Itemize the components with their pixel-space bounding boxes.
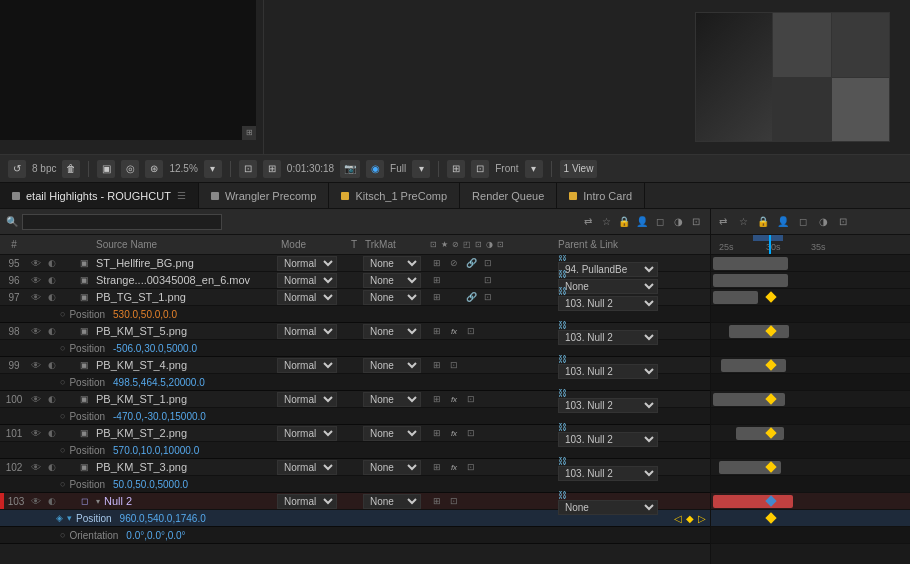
prev-keyframe-icon[interactable]: ◁: [674, 513, 682, 524]
layer-98-solo[interactable]: ◐: [44, 326, 60, 336]
layer-103-solo[interactable]: ◐: [44, 496, 60, 506]
layer-100-mode-select[interactable]: Normal: [277, 392, 337, 407]
sw-99-collapse[interactable]: [464, 358, 478, 372]
layer-row-103[interactable]: 103 👁 ◐ ◻ ▾ Null 2 Normal None ⊞ ⊡: [0, 493, 710, 510]
sw-95-link[interactable]: 🔗: [464, 256, 478, 270]
layer-95-eye[interactable]: 👁: [28, 258, 44, 269]
snapshot-button[interactable]: 📷: [340, 160, 360, 178]
layer-100-solo[interactable]: ◐: [44, 394, 60, 404]
layer-99-trkmat[interactable]: None: [363, 358, 428, 373]
expand-103-pos[interactable]: ▾: [67, 513, 72, 523]
render-icon[interactable]: ◻: [652, 214, 668, 230]
sw-95-3d[interactable]: ⊡: [481, 256, 495, 270]
layer-98-parent-select[interactable]: 103. Null 2: [558, 330, 658, 345]
layer-100-trkmat-select[interactable]: None: [363, 392, 421, 407]
tab-roughcut[interactable]: etail Highlights - ROUGHCUT ☰: [0, 183, 199, 208]
layer-99-parent-select[interactable]: 103. Null 2: [558, 364, 658, 379]
sw-96-effect[interactable]: [447, 273, 461, 287]
reset-button[interactable]: ↺: [8, 160, 26, 178]
layer-control-icon[interactable]: ⊞: [242, 126, 256, 140]
layer-99-mode-select[interactable]: Normal: [277, 358, 337, 373]
sw-99-motion[interactable]: ⊞: [430, 358, 444, 372]
layer-103-trkmat-select[interactable]: None: [363, 494, 421, 509]
layer-101-trkmat-select[interactable]: None: [363, 426, 421, 441]
sw-100-3d[interactable]: ⊡: [464, 392, 478, 406]
layer-95-trkmat[interactable]: None: [363, 256, 428, 271]
frame-blending-icon[interactable]: ⊡: [688, 214, 704, 230]
layer-99-parent[interactable]: ⛓ 103. Null 2: [558, 352, 668, 379]
layer-101-parent[interactable]: ⛓ 103. Null 2: [558, 420, 668, 447]
tl-render-icon[interactable]: ◻: [795, 214, 811, 230]
grid-button[interactable]: ⊞: [447, 160, 465, 178]
layer-99-solo[interactable]: ◐: [44, 360, 60, 370]
layer-97-solo[interactable]: ◐: [44, 292, 60, 302]
layer-103-eye[interactable]: 👁: [28, 496, 44, 507]
tl-frame-icon[interactable]: ⊡: [835, 214, 851, 230]
next-keyframe-icon[interactable]: ▷: [698, 513, 706, 524]
layer-102-mode[interactable]: Normal: [277, 460, 345, 475]
lock-icon[interactable]: 🔒: [616, 214, 632, 230]
layer-100-trkmat[interactable]: None: [363, 392, 428, 407]
solo-icon[interactable]: ☆: [598, 214, 614, 230]
sw-97-motion[interactable]: ⊞: [430, 290, 444, 304]
layer-103-trkmat[interactable]: None: [363, 494, 428, 509]
layer-98-trkmat[interactable]: None: [363, 324, 428, 339]
layer-103-parent[interactable]: ⛓ None: [558, 488, 668, 515]
layer-96-solo[interactable]: ◐: [44, 275, 60, 285]
tab-kitsch[interactable]: Kitsch_1 PreComp: [329, 183, 460, 208]
layer-102-solo[interactable]: ◐: [44, 462, 60, 472]
layer-101-parent-select[interactable]: 103. Null 2: [558, 432, 658, 447]
layer-102-trkmat[interactable]: None: [363, 460, 428, 475]
layer-98-mode-select[interactable]: Normal: [277, 324, 337, 339]
layer-row-99[interactable]: 99 👁 ◐ ▣ PB_KM_ST_4.png Normal None ⊞ ⊡: [0, 357, 710, 374]
layer-95-mode[interactable]: Normal: [277, 256, 345, 271]
sw-102-fx[interactable]: fx: [447, 460, 461, 474]
sw-97-3d[interactable]: ⊡: [481, 290, 495, 304]
wireframe-button[interactable]: ⊞: [263, 160, 281, 178]
layer-98-trkmat-select[interactable]: None: [363, 324, 421, 339]
layer-97-eye[interactable]: 👁: [28, 292, 44, 303]
layer-95-mode-select[interactable]: Normal: [277, 256, 337, 271]
tl-shy-icon[interactable]: 👤: [775, 214, 791, 230]
sw-100-fx[interactable]: fx: [447, 392, 461, 406]
layer-103-parent-select[interactable]: None: [558, 500, 658, 515]
layer-102-mode-select[interactable]: Normal: [277, 460, 337, 475]
tab-roughcut-menu[interactable]: ☰: [177, 190, 186, 201]
layer-103-mode-select[interactable]: Normal: [277, 494, 337, 509]
layer-101-mode[interactable]: Normal: [277, 426, 345, 441]
tl-solo-icon[interactable]: ☆: [735, 214, 751, 230]
layer-102-parent[interactable]: ⛓ 103. Null 2: [558, 454, 668, 481]
layer-97-mode[interactable]: Normal: [277, 290, 345, 305]
sw-103-motion[interactable]: ⊞: [430, 494, 444, 508]
layer-97-mode-select[interactable]: Normal: [277, 290, 337, 305]
layer-101-solo[interactable]: ◐: [44, 428, 60, 438]
layer-101-mode-select[interactable]: Normal: [277, 426, 337, 441]
layer-96-trkmat[interactable]: None: [363, 273, 428, 288]
search-input[interactable]: [22, 214, 222, 230]
transfer-mode-icon[interactable]: ⇄: [580, 214, 596, 230]
output-button[interactable]: ⊛: [145, 160, 163, 178]
sw-96-collapse[interactable]: [498, 273, 512, 287]
quality-dropdown[interactable]: ▾: [412, 160, 430, 178]
layer-96-eye[interactable]: 👁: [28, 275, 44, 286]
sw-97-collapse[interactable]: [498, 290, 512, 304]
render-settings-button[interactable]: ▣: [97, 160, 115, 178]
color-button[interactable]: ◉: [366, 160, 384, 178]
layer-row-101[interactable]: 101 👁 ◐ ▣ PB_KM_ST_2.png Normal None ⊞ f…: [0, 425, 710, 442]
layer-97-trkmat-select[interactable]: None: [363, 290, 421, 305]
layer-100-mode[interactable]: Normal: [277, 392, 345, 407]
tab-render[interactable]: Render Queue: [460, 183, 557, 208]
tl-transfer-icon[interactable]: ⇄: [715, 214, 731, 230]
sw-101-fx[interactable]: fx: [447, 426, 461, 440]
layer-98-mode[interactable]: Normal: [277, 324, 345, 339]
sw-98-motion[interactable]: ⊞: [430, 324, 444, 338]
layer-101-eye[interactable]: 👁: [28, 428, 44, 439]
preview-button[interactable]: ◎: [121, 160, 139, 178]
layer-97-trkmat[interactable]: None: [363, 290, 428, 305]
sw-96-3d[interactable]: ⊡: [481, 273, 495, 287]
tab-intro[interactable]: Intro Card: [557, 183, 645, 208]
sw-98-collapse[interactable]: [481, 324, 495, 338]
layer-97-parent[interactable]: ⛓ 103. Null 2: [558, 284, 668, 311]
layer-103-mode[interactable]: Normal: [277, 494, 345, 509]
layer-row-98[interactable]: 98 👁 ◐ ▣ PB_KM_ST_5.png Normal None ⊞ fx…: [0, 323, 710, 340]
